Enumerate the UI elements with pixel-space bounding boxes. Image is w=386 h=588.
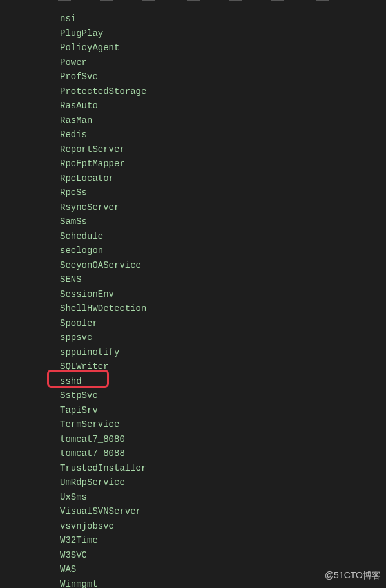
service-item: RpcEptMapper xyxy=(60,156,386,171)
service-item: UxSms xyxy=(60,490,386,505)
service-item: SessionEnv xyxy=(60,287,386,302)
service-item: TapiSrv xyxy=(60,403,386,418)
service-item: RpcLocator xyxy=(60,171,386,186)
service-item: sppuinotify xyxy=(60,345,386,360)
service-item: ProtectedStorage xyxy=(60,84,386,99)
service-item: Redis xyxy=(60,128,386,142)
service-item: nsi xyxy=(60,12,386,26)
service-item: RasMan xyxy=(60,113,386,128)
service-list: nsiPlugPlayPolicyAgentPowerProfSvcProtec… xyxy=(0,0,386,588)
service-item: tomcat7_8088 xyxy=(60,446,386,461)
service-item: SQLWriter xyxy=(60,359,386,374)
service-item: ShellHWDetection xyxy=(60,301,386,316)
service-item: tomcat7_8080 xyxy=(60,432,386,447)
service-item: sppsvc xyxy=(60,330,386,345)
service-item: Power xyxy=(60,55,386,70)
service-item: VisualSVNServer xyxy=(60,504,386,519)
service-item: PlugPlay xyxy=(60,26,386,41)
service-item: Schedule xyxy=(60,229,386,244)
service-item: seclogon xyxy=(60,243,386,258)
service-item: RpcSs xyxy=(60,185,386,200)
watermark-text: @51CTO博客 xyxy=(325,570,381,582)
decorative-top-marks xyxy=(0,0,386,2)
service-item: RsyncServer xyxy=(60,200,386,215)
service-item: TrustedInstaller xyxy=(60,461,386,476)
service-item: W3SVC xyxy=(60,548,386,563)
service-item: PolicyAgent xyxy=(60,41,386,55)
service-item: ProfSvc xyxy=(60,70,386,84)
service-item: SstpSvc xyxy=(60,388,386,403)
service-item: Spooler xyxy=(60,316,386,331)
service-item: ReportServer xyxy=(60,142,386,157)
service-item: sshd xyxy=(60,374,386,389)
service-item: TermService xyxy=(60,417,386,432)
service-item: SamSs xyxy=(60,214,386,229)
service-item: UmRdpService xyxy=(60,475,386,490)
service-item: RasAuto xyxy=(60,99,386,113)
service-item: vsvnjobsvc xyxy=(60,519,386,534)
service-item: W32Time xyxy=(60,533,386,548)
service-item: SENS xyxy=(60,272,386,287)
service-item: SeeyonOAService xyxy=(60,258,386,273)
